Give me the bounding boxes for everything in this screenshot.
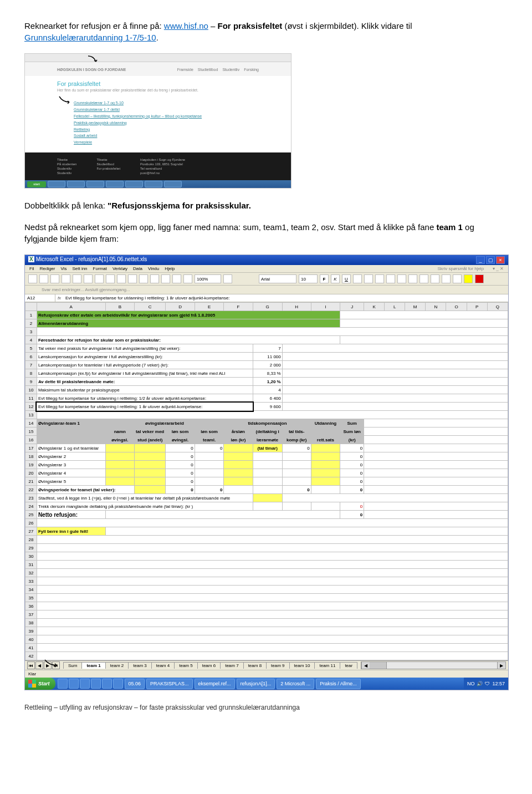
website-nav: FramsideStudietilbodStudentlivForsking bbox=[173, 68, 259, 72]
open-icon bbox=[39, 274, 48, 283]
ws-link: Fellesdel – likestilling, funksjonshemmi… bbox=[74, 113, 259, 120]
website-footer: TilsettePå studentenStudentlivStudentliv… bbox=[25, 152, 291, 180]
new-icon bbox=[28, 274, 37, 283]
taskbar-button: eksempel.ref... bbox=[195, 679, 235, 689]
taskbar-button: 05.06 bbox=[125, 679, 145, 689]
link-gslu[interactable]: Grunnskulelærarutdanning 1-7/5-10 bbox=[24, 33, 156, 42]
tab-first-icon: ⏮ bbox=[27, 661, 35, 669]
name-box[interactable]: A12 bbox=[25, 294, 55, 302]
ws-link: Grunnskulelærar 1-7 og 5-10 bbox=[74, 100, 259, 106]
save-icon bbox=[50, 274, 59, 283]
print-icon bbox=[62, 274, 70, 283]
ws-link: Grunnskulelærar 1-7 deltid bbox=[74, 106, 259, 113]
excel-window-title: XMicrosoft Excel - refusjonA[1].05.06.ne… bbox=[28, 256, 147, 264]
horizontal-scrollbar[interactable]: ◀▶ bbox=[361, 661, 506, 669]
bold-icon: F bbox=[320, 274, 329, 283]
sheet-tabbar[interactable]: ⏮◀▶⏭ Sum team 1 team 2 team 3 team 4 tea… bbox=[25, 660, 508, 670]
windows-taskbar[interactable]: Start 05.06 PRAKSISPLAS... eksempel.ref.… bbox=[25, 678, 508, 690]
ws-link: Praktisk-pedagogisk utdanning bbox=[74, 120, 259, 126]
website-taskbar: start bbox=[25, 180, 291, 188]
website-page-title: For praksisfeltet bbox=[25, 76, 291, 88]
ws-link: Sosialt arbeid bbox=[74, 133, 259, 139]
taskbar-button: Praksis / Allme... bbox=[316, 679, 361, 689]
website-logo: HØGSKULEN I SOGN OG FJORDANE bbox=[57, 68, 126, 72]
intro-paragraph-1: Reknearket for refusjon er å finne på: w… bbox=[24, 20, 508, 43]
website-screenshot: HØGSKULEN I SOGN OG FJORDANE FramsideStu… bbox=[24, 53, 291, 189]
link-hisf[interactable]: www.hisf.no bbox=[164, 21, 208, 30]
close-icon[interactable]: × bbox=[496, 256, 505, 264]
status-bar: Klar bbox=[25, 670, 508, 678]
page-footer: Rettleiing – utfylling av refusjonskrav … bbox=[24, 704, 508, 711]
excel-menubar[interactable]: FilRedigerVisSett innFormatVerktøyDataVi… bbox=[25, 265, 508, 273]
font-select: Arial bbox=[259, 274, 296, 283]
intro-paragraph-2: Dobbeltklikk på lenka: "Refusjonsskjema … bbox=[24, 200, 508, 211]
start-button: Start bbox=[25, 678, 55, 690]
formula-bar[interactable]: Evt tillegg for kompetanse for utdanning… bbox=[63, 294, 508, 302]
intro-paragraph-3: Nedst på reknearket som kjem opp, ligg f… bbox=[24, 221, 508, 245]
annotation-arrow-tab bbox=[42, 658, 60, 668]
help-search[interactable]: Skriv spørsmål for hjelp bbox=[438, 266, 484, 271]
taskbar-button: 2 Microsoft ... bbox=[277, 679, 314, 689]
ws-link: Rettleiing bbox=[74, 126, 259, 133]
spreadsheet-grid[interactable]: ABCDEFGHIJKLMNOPQ 1Refusjonskrav etter a… bbox=[25, 302, 508, 660]
maximize-icon[interactable]: ▢ bbox=[486, 256, 495, 264]
taskbar-button: PRAKSISPLAS... bbox=[146, 679, 193, 689]
standard-toolbar[interactable]: 100% Arial 10 F K U bbox=[25, 273, 508, 286]
minimize-icon[interactable]: _ bbox=[476, 256, 485, 264]
annotation-arrow-links bbox=[56, 94, 73, 105]
review-toolbar[interactable]: Svar med endringer... Avslutt gjennomgan… bbox=[25, 286, 508, 294]
fontsize-select: 10 bbox=[299, 274, 318, 283]
annotation-arrow-top bbox=[84, 55, 100, 64]
taskbar-button: refusjonA[1]... bbox=[237, 679, 275, 689]
zoom-select: 100% bbox=[195, 274, 221, 283]
excel-screenshot: XMicrosoft Excel - refusjonA[1].05.06.ne… bbox=[24, 255, 509, 690]
ws-link: Vernepleie bbox=[74, 139, 259, 146]
